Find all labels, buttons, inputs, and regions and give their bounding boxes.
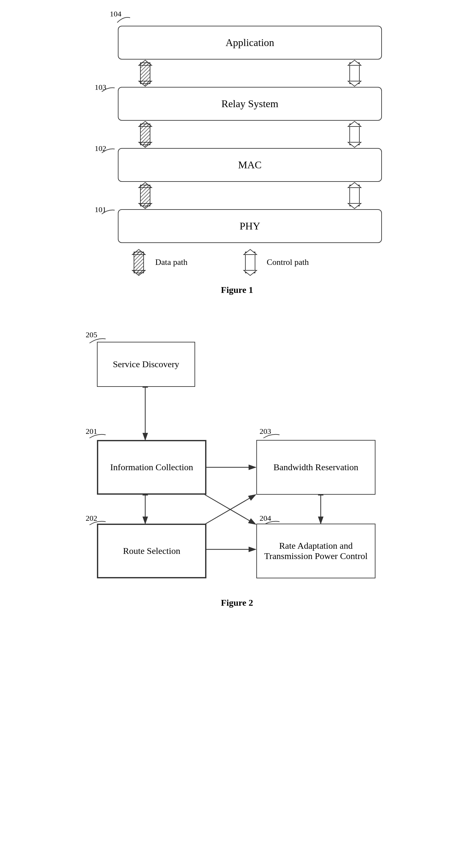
relay-box: Relay System — [118, 87, 382, 121]
service-discovery-label: Service Discovery — [113, 359, 179, 369]
rate-adaptation-box: Rate Adaptation and Transmission Power C… — [256, 524, 376, 578]
figure1-diagram: 104 Application — [92, 19, 382, 278]
control-arrow-3 — [343, 182, 366, 209]
application-label: Application — [226, 37, 274, 49]
ref-201-curve — [83, 432, 109, 440]
control-arrow-2 — [343, 121, 366, 148]
service-discovery-box: Service Discovery — [97, 342, 195, 387]
svg-marker-22 — [134, 252, 144, 273]
svg-marker-8 — [140, 124, 150, 145]
ref-104-line — [108, 14, 133, 24]
mac-box: MAC — [118, 148, 382, 182]
svg-marker-25 — [245, 252, 255, 273]
data-arrow-3 — [134, 182, 156, 209]
figure1-container: 104 Application — [39, 19, 435, 295]
relay-label: Relay System — [221, 98, 278, 110]
figure2-caption: Figure 2 — [221, 598, 253, 608]
application-box: Application — [118, 26, 382, 60]
phy-label: PHY — [240, 220, 260, 232]
legend-data-arrow — [127, 249, 150, 276]
figure2-diagram: 205 Service Discovery 201 Information Co… — [76, 321, 398, 585]
svg-marker-18 — [350, 185, 359, 206]
mac-label: MAC — [238, 159, 262, 171]
information-collection-box: Information Collection — [97, 440, 206, 495]
svg-line-36 — [205, 495, 256, 524]
bandwidth-reservation-box: Bandwidth Reservation — [256, 440, 376, 495]
information-collection-label: Information Collection — [110, 462, 193, 472]
phy-box: PHY — [118, 209, 382, 243]
figure1-caption: Figure 1 — [221, 285, 253, 295]
ref-203-curve — [257, 432, 283, 440]
rate-adaptation-label: Rate Adaptation and Transmission Power C… — [264, 541, 367, 561]
route-selection-box: Route Selection — [97, 524, 206, 578]
data-arrow-1 — [134, 60, 156, 87]
figure2-container: 205 Service Discovery 201 Information Co… — [39, 321, 435, 608]
svg-marker-15 — [140, 185, 150, 206]
page: 104 Application — [0, 0, 474, 627]
route-selection-label: Route Selection — [123, 546, 180, 556]
svg-marker-4 — [350, 63, 359, 84]
data-path-label: Data path — [155, 257, 187, 267]
svg-marker-1 — [140, 63, 150, 84]
bandwidth-reservation-label: Bandwidth Reservation — [273, 462, 358, 472]
control-path-label: Control path — [267, 257, 309, 267]
svg-marker-11 — [350, 124, 359, 145]
control-arrow-1 — [343, 60, 366, 87]
data-arrow-2 — [134, 121, 156, 148]
legend-control-arrow — [239, 249, 262, 276]
svg-line-35 — [205, 495, 256, 524]
